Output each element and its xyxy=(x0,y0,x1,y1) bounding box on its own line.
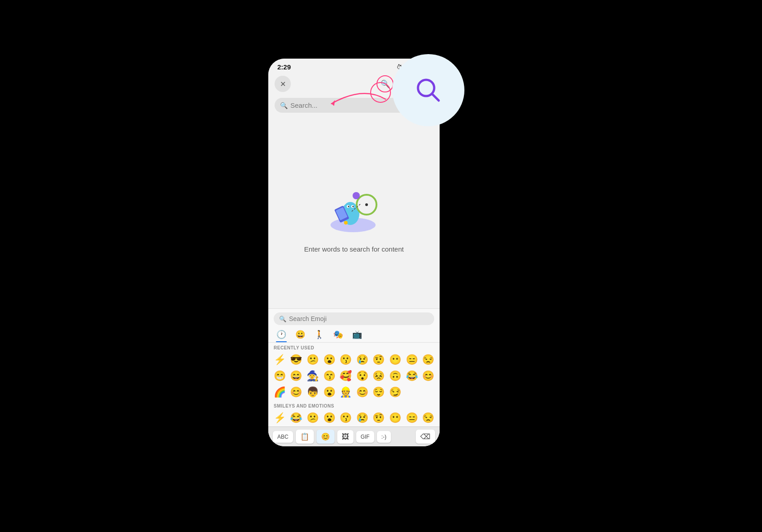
smileys-grid: ⚡ 😂 😕 😮 😗 😢 🤨 😶 😑 😒 xyxy=(268,409,440,427)
search-hint-text: Enter words to search for content xyxy=(304,245,404,253)
emoji-cell[interactable]: 😯 xyxy=(354,368,370,384)
emoji-cell[interactable]: 😊 xyxy=(420,368,436,384)
sticker-icon: 🖼 xyxy=(342,433,349,441)
emoji-cat-people[interactable]: 🚶 xyxy=(311,327,328,342)
emoji-cell[interactable]: 🥰 xyxy=(338,368,353,384)
emoji-cell[interactable]: 😎 xyxy=(289,352,304,367)
abc-label: ABC xyxy=(277,434,289,440)
svg-point-6 xyxy=(353,206,354,207)
emoji-button[interactable]: 😊 xyxy=(317,430,335,444)
emoji-cell[interactable]: 😒 xyxy=(420,410,436,426)
emoji-cell[interactable]: 🧙 xyxy=(305,368,321,384)
emoji-cell[interactable]: 😗 xyxy=(338,410,353,426)
emoji-cell[interactable]: 🤨 xyxy=(371,352,387,367)
emoji-cell[interactable]: 😂 xyxy=(404,368,420,384)
recently-used-grid: ⚡ 😎 😕 😮 😗 😢 🤨 😶 😑 😒 😁 😄 🧙 😙 🥰 😯 xyxy=(268,351,440,401)
close-icon: ✕ xyxy=(280,80,286,88)
smileys-emotions-label: SMILEYS AND EMOTIONS xyxy=(268,401,440,409)
emoji-search-icon: 🔍 xyxy=(279,316,286,322)
close-button[interactable]: ✕ xyxy=(275,76,291,92)
emoji-keyboard: 🔍 🕐 😀 🚶 🎭 📺 RECENTLY USED ⚡ 😎 xyxy=(268,308,440,446)
emoji-cell[interactable]: 👷 xyxy=(338,385,353,400)
emoji-cell[interactable]: 😶 xyxy=(387,352,403,367)
emoji-cell[interactable]: 😂 xyxy=(289,410,304,426)
kaomoji-button[interactable]: :-) xyxy=(377,431,391,443)
annotation-circle-wrapper xyxy=(392,54,464,126)
clipboard-button[interactable]: 📋 xyxy=(296,430,314,444)
gif-button[interactable]: GIF xyxy=(356,431,374,443)
svg-point-12 xyxy=(353,192,360,199)
svg-line-16 xyxy=(432,94,439,101)
sticker-button[interactable]: 🖼 xyxy=(337,430,353,444)
emoji-cat-activities[interactable]: 🎭 xyxy=(330,327,347,342)
gif-label: GIF xyxy=(361,434,370,440)
emoji-search-input[interactable] xyxy=(289,315,429,322)
emoji-cell[interactable]: 😮 xyxy=(321,352,337,367)
emoji-cell[interactable]: 🙃 xyxy=(387,368,403,384)
search-input-icon: 🔍 xyxy=(280,102,288,109)
emoji-cell[interactable]: 😌 xyxy=(371,385,387,400)
emoji-cell[interactable]: 🌈 xyxy=(272,385,288,400)
recently-used-label: RECENTLY USED xyxy=(268,343,440,351)
emoji-search-bar: 🔍 xyxy=(268,309,440,327)
emoji-cell[interactable]: 🤨 xyxy=(371,410,387,426)
emoji-cell[interactable]: 😒 xyxy=(420,352,436,367)
emoji-cell[interactable]: 👦 xyxy=(305,385,321,400)
emoji-search-input-wrap[interactable]: 🔍 xyxy=(274,312,434,325)
emoji-cell[interactable]: 😢 xyxy=(354,410,370,426)
clipboard-icon: 📋 xyxy=(300,432,309,441)
emoji-cell[interactable]: 😑 xyxy=(404,352,420,367)
delete-button[interactable]: ⌫ xyxy=(416,430,435,444)
emoji-cell[interactable]: 😢 xyxy=(354,352,370,367)
svg-point-10 xyxy=(365,203,368,206)
status-time: 2:29 xyxy=(277,63,291,71)
emoji-cell[interactable]: 😮 xyxy=(321,410,337,426)
emoji-cell[interactable]: 😊 xyxy=(354,385,370,400)
emoji-cell[interactable]: 😶 xyxy=(387,410,403,426)
emoji-cell[interactable]: ⚡ xyxy=(272,352,288,367)
delete-icon: ⌫ xyxy=(420,432,431,441)
main-content: Enter words to search for content xyxy=(268,117,440,308)
emoji-cell[interactable]: 😮 xyxy=(321,385,337,400)
emoji-cell[interactable]: 😙 xyxy=(321,368,337,384)
emoji-category-bar: 🕐 😀 🚶 🎭 📺 xyxy=(268,327,440,343)
emoji-cat-recent[interactable]: 🕐 xyxy=(273,327,290,342)
emoji-cell[interactable]: 😄 xyxy=(289,368,304,384)
emoji-cell[interactable]: 😏 xyxy=(387,385,403,400)
arrow-annotation xyxy=(322,81,395,117)
emoji-cat-objects[interactable]: 📺 xyxy=(349,327,366,342)
emoji-cell[interactable]: 😗 xyxy=(338,352,353,367)
emoji-cell[interactable]: 😊 xyxy=(289,385,304,400)
emoji-cell[interactable]: 😑 xyxy=(404,410,420,426)
emoji-cell[interactable]: ⚡ xyxy=(272,410,288,426)
emoji-cell[interactable]: 😕 xyxy=(305,410,321,426)
abc-button[interactable]: ABC xyxy=(273,431,293,443)
emoji-cell[interactable]: 😣 xyxy=(371,368,387,384)
emoji-keyboard-icon: 😊 xyxy=(321,432,330,441)
search-illustration xyxy=(318,173,390,236)
svg-point-5 xyxy=(348,206,349,207)
svg-point-13 xyxy=(344,221,348,225)
emoji-cell[interactable]: 😕 xyxy=(305,352,321,367)
kaomoji-label: :-) xyxy=(381,434,386,440)
keyboard-bottom-bar: ABC 📋 😊 🖼 GIF :-) xyxy=(268,427,440,446)
annotation-big-circle xyxy=(392,54,464,126)
emoji-cell[interactable]: 😁 xyxy=(272,368,288,384)
emoji-cat-smileys[interactable]: 😀 xyxy=(292,327,309,342)
